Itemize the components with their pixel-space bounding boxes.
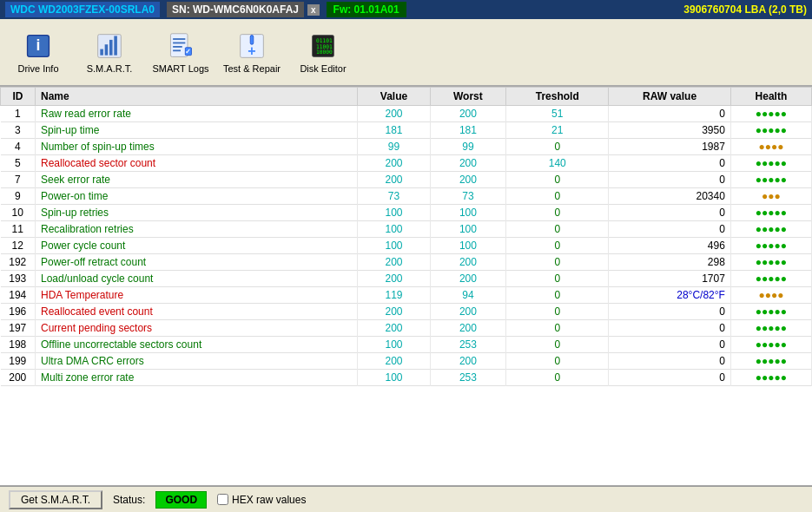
row-health: ●●●●●	[730, 337, 811, 353]
row-name: Power cycle count	[36, 238, 358, 254]
row-value: 200	[358, 172, 430, 188]
row-id: 10	[1, 205, 36, 221]
table-row: 199 Ultra DMA CRC errors 200 200 0 0 ●●●…	[1, 353, 812, 370]
svg-text:i: i	[36, 36, 41, 54]
row-id: 11	[1, 221, 36, 238]
row-treshold: 0	[506, 254, 609, 271]
row-health: ●●●●●	[730, 122, 811, 139]
row-treshold: 0	[506, 337, 609, 353]
row-treshold: 0	[506, 353, 609, 370]
row-treshold: 0	[506, 172, 609, 188]
toolbar: i Drive Info S.M.A.R.T.	[0, 19, 812, 87]
row-worst: 100	[430, 238, 506, 254]
smart-logs-label: SMART Logs	[152, 63, 208, 74]
row-value: 181	[358, 122, 430, 139]
row-name: Power-off retract count	[36, 254, 358, 271]
row-worst: 73	[430, 188, 506, 205]
lba-label: 3906760704 LBA (2,0 TB)	[683, 3, 807, 16]
svg-rect-10	[173, 46, 182, 48]
toolbar-btn-test-repair[interactable]: + Test & Repair	[221, 23, 283, 81]
row-id: 196	[1, 304, 36, 320]
toolbar-btn-drive-info[interactable]: i Drive Info	[7, 23, 69, 81]
row-id: 12	[1, 238, 36, 254]
row-health: ●●●●●	[730, 304, 811, 320]
row-health: ●●●●●	[730, 271, 811, 287]
row-name: Offline uncorrectable sectors count	[36, 337, 358, 353]
row-treshold: 0	[506, 221, 609, 238]
table-row: 198 Offline uncorrectable sectors count …	[1, 337, 812, 353]
row-name: Number of spin-up times	[36, 139, 358, 155]
row-value: 73	[358, 188, 430, 205]
table-row: 192 Power-off retract count 200 200 0 29…	[1, 254, 812, 271]
row-value: 200	[358, 106, 430, 122]
drive-info-label: Drive Info	[17, 63, 58, 74]
col-header-health: Health	[730, 88, 811, 106]
svg-rect-3	[100, 49, 103, 56]
hex-raw-checkbox[interactable]	[217, 494, 228, 505]
row-worst: 181	[430, 122, 506, 139]
col-header-treshold: Treshold	[506, 88, 609, 106]
table-row: 5 Reallocated sector count 200 200 140 0…	[1, 155, 812, 172]
toolbar-btn-disk-editor[interactable]: 01101 11001 10000 Disk Editor	[292, 23, 354, 81]
row-health: ●●●●●	[730, 221, 811, 238]
toolbar-btn-smart-logs[interactable]: ✓ SMART Logs	[149, 23, 212, 81]
row-id: 1	[1, 106, 36, 122]
row-name: Recalibration retries	[36, 221, 358, 238]
row-worst: 200	[430, 254, 506, 271]
svg-rect-6	[114, 36, 117, 55]
toolbar-btn-smart[interactable]: S.M.A.R.T.	[78, 23, 141, 81]
table-row: 3 Spin-up time 181 181 21 3950 ●●●●●	[1, 122, 812, 139]
row-health: ●●●	[730, 188, 811, 205]
row-id: 198	[1, 337, 36, 353]
row-worst: 200	[430, 353, 506, 370]
row-name: Spin-up time	[36, 122, 358, 139]
row-worst: 200	[430, 320, 506, 337]
row-raw: 496	[609, 238, 731, 254]
table-row: 1 Raw read error rate 200 200 51 0 ●●●●●	[1, 106, 812, 122]
row-value: 99	[358, 139, 430, 155]
svg-rect-4	[105, 44, 109, 55]
row-raw: 0	[609, 221, 731, 238]
table-row: 11 Recalibration retries 100 100 0 0 ●●●…	[1, 221, 812, 238]
row-treshold: 140	[506, 155, 609, 172]
row-treshold: 0	[506, 238, 609, 254]
row-raw: 0	[609, 172, 731, 188]
row-name: Raw read error rate	[36, 106, 358, 122]
row-name: HDA Temperature	[36, 287, 358, 304]
svg-text:✓: ✓	[185, 48, 191, 56]
hex-raw-checkbox-container[interactable]: HEX raw values	[217, 494, 306, 506]
row-worst: 200	[430, 172, 506, 188]
row-health: ●●●●●	[730, 353, 811, 370]
close-tab-button[interactable]: x	[307, 4, 320, 16]
svg-rect-11	[173, 49, 181, 51]
row-treshold: 0	[506, 188, 609, 205]
row-name: Spin-up retries	[36, 205, 358, 221]
row-raw: 298	[609, 254, 731, 271]
row-name: Reallocated event count	[36, 304, 358, 320]
row-raw: 0	[609, 155, 731, 172]
row-health: ●●●●●	[730, 238, 811, 254]
row-raw: 1707	[609, 271, 731, 287]
svg-text:+: +	[248, 43, 255, 58]
row-worst: 200	[430, 106, 506, 122]
svg-rect-9	[173, 43, 185, 44]
row-health: ●●●●●	[730, 320, 811, 337]
table-row: 4 Number of spin-up times 99 99 0 1987 ●…	[1, 139, 812, 155]
table-row: 194 HDA Temperature 119 94 0 28°C/82°F ●…	[1, 287, 812, 304]
row-raw: 0	[609, 353, 731, 370]
row-raw: 0	[609, 205, 731, 221]
row-id: 5	[1, 155, 36, 172]
row-raw: 20340	[609, 188, 731, 205]
row-value: 100	[358, 337, 430, 353]
status-bar: Get S.M.A.R.T. Status: GOOD HEX raw valu…	[0, 486, 812, 512]
test-repair-label: Test & Repair	[223, 63, 281, 74]
row-id: 9	[1, 188, 36, 205]
row-raw: 0	[609, 337, 731, 353]
row-worst: 200	[430, 155, 506, 172]
row-name: Multi zone error rate	[36, 370, 358, 386]
row-health: ●●●●●	[730, 106, 811, 122]
row-name: Current pending sectors	[36, 320, 358, 337]
get-smart-button[interactable]: Get S.M.A.R.T.	[9, 490, 102, 509]
row-worst: 100	[430, 221, 506, 238]
smart-table-container: ID Name Value Worst Treshold RAW value H…	[0, 87, 812, 486]
